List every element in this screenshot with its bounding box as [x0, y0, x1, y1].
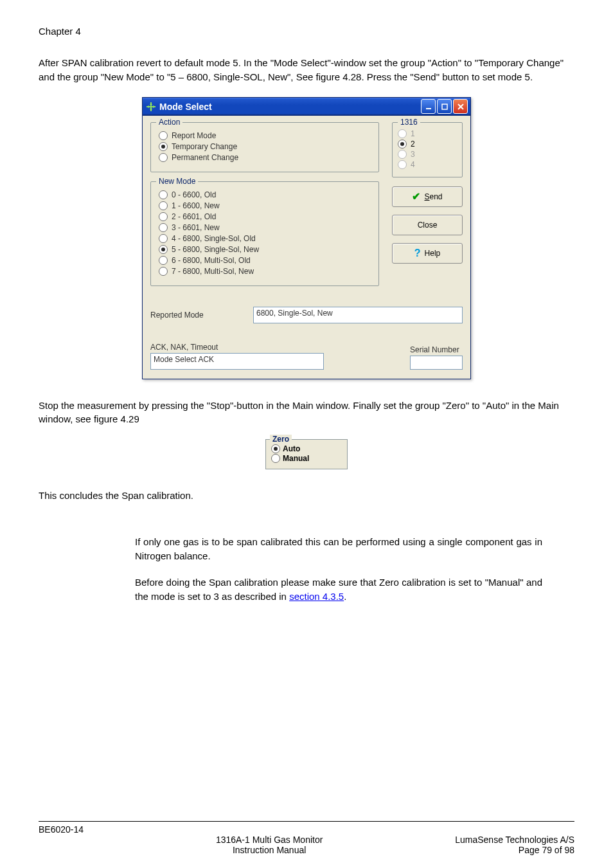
close-dialog-button[interactable]: Close	[392, 215, 463, 235]
minimize-button[interactable]	[421, 99, 436, 114]
unit-group: 1316 1 2 3 4	[392, 122, 463, 177]
zero-group: Zero Auto Manual	[265, 439, 348, 469]
question-icon: ?	[414, 248, 421, 258]
radio-zero-manual[interactable]: Manual	[271, 454, 342, 463]
radio-mode-5[interactable]: 5 - 6800, Single-Sol, New	[159, 245, 371, 254]
action-legend: Action	[156, 118, 182, 127]
unit-legend: 1316	[398, 118, 420, 127]
paragraph-1: After SPAN calibration revert to default…	[39, 56, 574, 84]
check-icon: ✔	[412, 192, 420, 202]
radio-label: 5 - 6800, Single-Sol, New	[172, 245, 259, 254]
svg-marker-4	[147, 105, 149, 108]
serial-field[interactable]	[410, 356, 463, 370]
radio-temporary-change[interactable]: Temporary Change	[159, 142, 371, 151]
radio-mode-1[interactable]: 1 - 6600, New	[159, 201, 371, 210]
radio-zero-auto[interactable]: Auto	[271, 444, 342, 453]
radio-label: 4	[411, 160, 415, 169]
radio-mode-3[interactable]: 3 - 6601, New	[159, 223, 371, 232]
new-mode-group: New Mode 0 - 6600, Old 1 - 6600, New 2 -…	[150, 181, 379, 286]
mode-select-window: Mode Select Action Rep	[142, 97, 471, 379]
radio-label: Manual	[283, 454, 309, 463]
svg-rect-7	[442, 104, 447, 109]
ack-label: ACK, NAK, Timeout	[150, 343, 397, 352]
radio-unit-2[interactable]: 2	[398, 140, 457, 149]
radio-unit-1: 1	[398, 129, 457, 138]
help-button[interactable]: ? Help	[392, 243, 463, 264]
section-link[interactable]: section 4.3.5	[289, 591, 344, 602]
footer-center: 1316A-1 Multi Gas MonitorInstruction Man…	[216, 824, 323, 855]
radio-mode-4[interactable]: 4 - 6800, Single-Sol, Old	[159, 234, 371, 243]
app-icon	[147, 102, 155, 111]
radio-label: 6 - 6800, Multi-Sol, Old	[172, 256, 251, 265]
titlebar[interactable]: Mode Select	[143, 98, 470, 116]
paragraph-5: Before doing the Span calibration please…	[135, 575, 542, 604]
reported-mode-label: Reported Mode	[150, 311, 253, 320]
new-mode-legend: New Mode	[156, 177, 198, 186]
radio-label: Report Mode	[172, 131, 216, 140]
radio-report-mode[interactable]: Report Mode	[159, 131, 371, 140]
radio-label: 1	[411, 129, 415, 138]
window-title: Mode Select	[159, 102, 212, 112]
radio-label: Auto	[283, 444, 300, 453]
footer-left: BE6020-14	[39, 824, 84, 855]
reported-mode-row: Reported Mode 6800, Single-Sol, New	[150, 307, 463, 323]
radio-label: 3	[411, 150, 415, 159]
radio-label: 1 - 6600, New	[172, 201, 220, 210]
paragraph-3: This concludes the Span calibration.	[39, 489, 574, 503]
radio-label: 2	[411, 140, 415, 149]
radio-label: 3 - 6601, New	[172, 223, 220, 232]
action-group: Action Report Mode Temporary Change Perm…	[150, 122, 379, 172]
svg-marker-2	[150, 102, 152, 105]
radio-permanent-change[interactable]: Permanent Change	[159, 153, 371, 162]
maximize-button[interactable]	[437, 99, 452, 114]
radio-label: 2 - 6601, Old	[172, 212, 216, 221]
radio-unit-4: 4	[398, 160, 457, 169]
radio-unit-3: 3	[398, 150, 457, 159]
paragraph-5b: .	[344, 591, 346, 602]
radio-label: Temporary Change	[172, 142, 237, 151]
send-label: Send	[424, 192, 442, 201]
send-button[interactable]: ✔ Send	[392, 186, 463, 207]
close-label: Close	[418, 221, 438, 230]
radio-label: 4 - 6800, Single-Sol, Old	[172, 234, 256, 243]
paragraph-4: If only one gas is to be span calibrated…	[135, 535, 542, 563]
help-label: Help	[425, 249, 441, 258]
paragraph-2: Stop the measurement by pressing the "St…	[39, 399, 574, 427]
close-button[interactable]	[453, 99, 468, 114]
serial-label: Serial Number	[410, 345, 459, 354]
chapter-title: Chapter 4	[39, 26, 574, 37]
svg-marker-3	[150, 109, 152, 111]
radio-mode-7[interactable]: 7 - 6800, Multi-Sol, New	[159, 267, 371, 276]
footer-right: LumaSense Technologies A/SPage 79 of 98	[455, 824, 574, 855]
svg-rect-6	[426, 108, 431, 109]
reported-mode-field[interactable]: 6800, Single-Sol, New	[253, 307, 463, 323]
ack-field[interactable]: Mode Select ACK	[150, 353, 324, 370]
radio-mode-0[interactable]: 0 - 6600, Old	[159, 190, 371, 199]
radio-label: Permanent Change	[172, 153, 238, 162]
svg-marker-5	[153, 105, 155, 108]
page-footer: BE6020-14 1316A-1 Multi Gas MonitorInstr…	[39, 821, 574, 855]
zero-legend: Zero	[270, 435, 292, 444]
radio-mode-2[interactable]: 2 - 6601, Old	[159, 212, 371, 221]
radio-label: 7 - 6800, Multi-Sol, New	[172, 267, 254, 276]
radio-label: 0 - 6600, Old	[172, 190, 216, 199]
radio-mode-6[interactable]: 6 - 6800, Multi-Sol, Old	[159, 256, 371, 265]
